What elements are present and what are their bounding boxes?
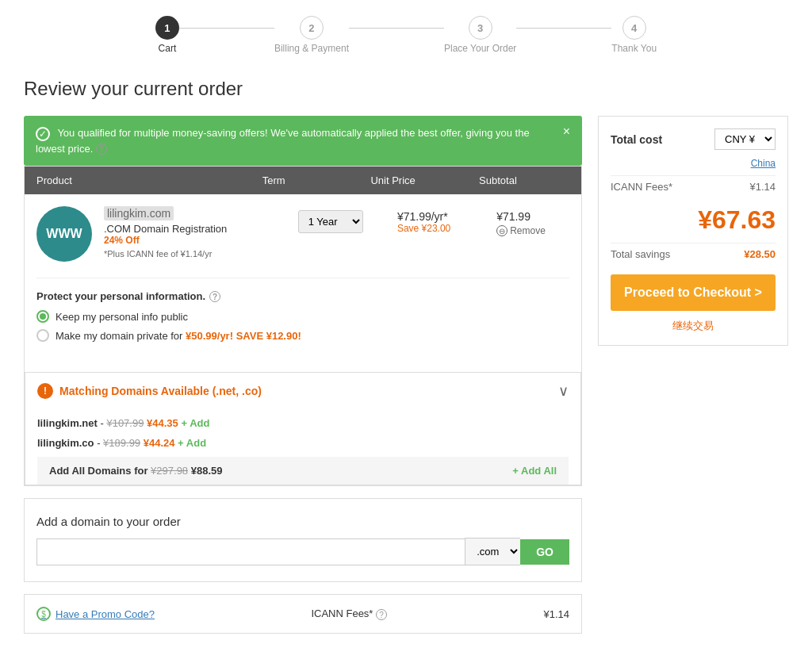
notification-help-icon[interactable]: ? <box>96 144 107 155</box>
add-domain-section: Add a domain to your order .com .net .co… <box>24 498 582 582</box>
privacy-section: Protect your personal information. ? Kee… <box>36 278 569 342</box>
privacy-option-private[interactable]: Make my domain private for ¥50.99/yr! SA… <box>36 329 569 342</box>
main-layout: ✓ You qualified for multiple money-savin… <box>24 116 788 634</box>
chevron-down-icon: ∨ <box>558 382 569 400</box>
add-net-link[interactable]: + Add <box>181 417 209 429</box>
term-select[interactable]: 1 Year 2 Years 3 Years <box>298 210 363 233</box>
step-line-3 <box>516 28 611 29</box>
add-all-label: Add All Domains for ¥297.98 ¥88.59 <box>49 465 222 477</box>
privacy-option-public[interactable]: Keep my personal info public <box>36 310 569 323</box>
cost-header: Total cost CNY ¥ USD $ EUR € <box>611 128 776 150</box>
product-row: WWW lilingkim.com .COM Domain Registrati… <box>36 206 569 262</box>
extension-select[interactable]: .com .net .co .org <box>465 538 520 565</box>
promo-icon: $ <box>36 607 51 621</box>
step-line-1 <box>179 28 274 29</box>
step-circle-4: 4 <box>622 16 646 40</box>
product-table: Product Term Unit Price Subtotal WWW lil… <box>24 166 582 486</box>
unit-save-text: Save ¥23.00 <box>397 223 485 234</box>
step-label-3: Place Your Order <box>444 43 516 54</box>
product-discount: 24% Off <box>104 235 286 246</box>
radio-public-inner <box>40 313 46 320</box>
step-circle-2: 2 <box>300 16 324 40</box>
matching-domains-body: lilingkim.net - ¥107.99 ¥44.35 + Add lil… <box>25 409 580 485</box>
step-line-2 <box>349 28 444 29</box>
add-all-link[interactable]: + Add All <box>512 465 557 477</box>
radio-public <box>36 310 49 323</box>
term-value: 1 Year 2 Years 3 Years <box>298 206 385 233</box>
add-co-link[interactable]: + Add <box>178 437 206 449</box>
header-term: Term <box>262 174 371 186</box>
step-4: 4 Thank You <box>611 16 657 54</box>
notification-text: ✓ You qualified for multiple money-savin… <box>36 125 555 156</box>
currency-select[interactable]: CNY ¥ USD $ EUR € <box>714 128 776 150</box>
step-2: 2 Billing & Payment <box>274 16 349 54</box>
savings-value: ¥28.50 <box>744 248 776 260</box>
product-icann: *Plus ICANN fee of ¥1.14/yr <box>104 249 286 259</box>
progress-bar: 1 Cart 2 Billing & Payment 3 Place Your … <box>24 16 788 54</box>
icann-help-icon[interactable]: ? <box>376 609 387 620</box>
subtotal-value: ¥71.99 ⊖ Remove <box>496 206 569 236</box>
step-circle-3: 3 <box>469 16 492 40</box>
total-cost-label: Total cost <box>611 133 662 146</box>
header-unit-price: Unit Price <box>370 174 479 186</box>
exclaim-icon: ! <box>37 383 53 399</box>
promo-section: $ Have a Promo Code? ICANN Fees* ? ¥1.14 <box>24 594 582 634</box>
unit-price-value: ¥71.99/yr* Save ¥23.00 <box>397 206 485 234</box>
product-domain: lilingkim.com <box>104 206 174 220</box>
step-label-1: Cart <box>159 43 177 54</box>
notification-bar: ✓ You qualified for multiple money-savin… <box>24 116 582 166</box>
radio-private <box>36 329 49 342</box>
savings-label: Total savings <box>611 248 670 260</box>
go-button[interactable]: GO <box>520 539 569 565</box>
domain-search-input[interactable] <box>36 538 465 565</box>
step-circle-1: 1 <box>155 16 179 40</box>
privacy-title: Protect your personal information. ? <box>36 290 569 302</box>
right-column: Total cost CNY ¥ USD $ EUR € China ICANN… <box>598 116 788 346</box>
product-logo: WWW <box>36 206 92 262</box>
region-link[interactable]: China <box>751 158 776 169</box>
check-icon: ✓ <box>36 127 50 141</box>
table-header: Product Term Unit Price Subtotal <box>25 167 581 194</box>
step-1: 1 Cart <box>155 16 179 54</box>
add-all-row: Add All Domains for ¥297.98 ¥88.59 + Add… <box>37 457 569 485</box>
unit-price-text: ¥71.99/yr* <box>397 210 485 223</box>
step-label-4: Thank You <box>611 43 657 54</box>
product-info: lilingkim.com .COM Domain Registration 2… <box>104 206 286 259</box>
notification-close-button[interactable]: × <box>555 125 570 138</box>
matching-domains-title: ! Matching Domains Available (.net, .co) <box>37 383 262 399</box>
step-label-2: Billing & Payment <box>274 43 349 54</box>
remove-icon: ⊖ <box>496 225 508 236</box>
left-column: ✓ You qualified for multiple money-savin… <box>24 116 582 634</box>
promo-code-link[interactable]: $ Have a Promo Code? <box>36 607 155 621</box>
domain-item-co: lilingkim.co - ¥189.99 ¥44.24 + Add <box>37 437 569 449</box>
domain-item-net: lilingkim.net - ¥107.99 ¥44.35 + Add <box>37 417 569 429</box>
add-domain-row: .com .net .co .org GO <box>36 538 569 565</box>
icann-fee-value: ¥1.14 <box>749 181 776 193</box>
icann-fee-row: ICANN Fees* ¥1.14 <box>611 175 776 197</box>
continue-link[interactable]: 继续交易 <box>611 319 776 333</box>
remove-link[interactable]: ⊖ Remove <box>496 225 569 236</box>
checkout-button[interactable]: Proceed to Checkout > <box>611 274 776 311</box>
header-product: Product <box>36 174 262 186</box>
add-domain-title: Add a domain to your order <box>36 515 569 528</box>
savings-row: Total savings ¥28.50 <box>611 243 776 265</box>
product-name: .COM Domain Registration <box>104 223 286 235</box>
promo-icann: ICANN Fees* ? <box>311 607 387 620</box>
page-title: Review your current order <box>24 78 788 100</box>
promo-fee: ¥1.14 <box>543 608 569 620</box>
cost-panel: Total cost CNY ¥ USD $ EUR € China ICANN… <box>598 116 788 346</box>
step-3: 3 Place Your Order <box>444 16 516 54</box>
region: China <box>611 156 776 169</box>
matching-domains-section: ! Matching Domains Available (.net, .co)… <box>25 372 581 485</box>
subtotal-price: ¥71.99 <box>496 210 569 223</box>
total-price: ¥67.63 <box>611 197 776 243</box>
icann-label: ICANN Fees* <box>611 181 672 193</box>
matching-domains-header[interactable]: ! Matching Domains Available (.net, .co)… <box>25 373 580 409</box>
table-body: WWW lilingkim.com .COM Domain Registrati… <box>25 194 581 360</box>
privacy-help-icon[interactable]: ? <box>209 291 220 302</box>
header-subtotal: Subtotal <box>479 174 569 186</box>
